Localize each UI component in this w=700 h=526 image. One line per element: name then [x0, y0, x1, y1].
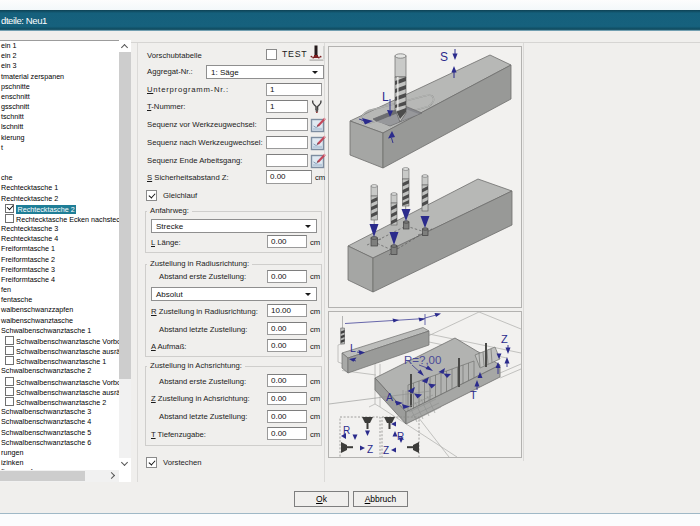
svg-text:Z: Z: [383, 445, 389, 456]
svg-text:L: L: [350, 342, 356, 354]
svg-text:T: T: [470, 389, 477, 401]
svg-text:S: S: [440, 50, 448, 64]
svg-text:Z: Z: [367, 444, 373, 455]
svg-text:Z: Z: [501, 333, 508, 345]
svg-text:A: A: [386, 391, 393, 403]
svg-text:L: L: [382, 90, 389, 104]
svg-text:R=?,00: R=?,00: [404, 354, 441, 366]
